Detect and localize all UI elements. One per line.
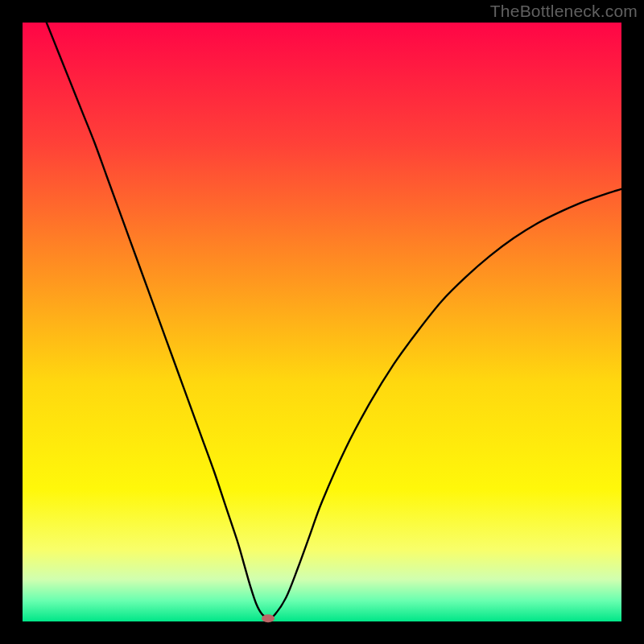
chart-container: { "watermark": "TheBottleneck.com", "cha… [0, 0, 644, 644]
watermark-text: TheBottleneck.com [490, 2, 638, 21]
chart-svg [0, 0, 644, 644]
minimum-marker [262, 614, 275, 622]
plot-background [23, 23, 621, 621]
